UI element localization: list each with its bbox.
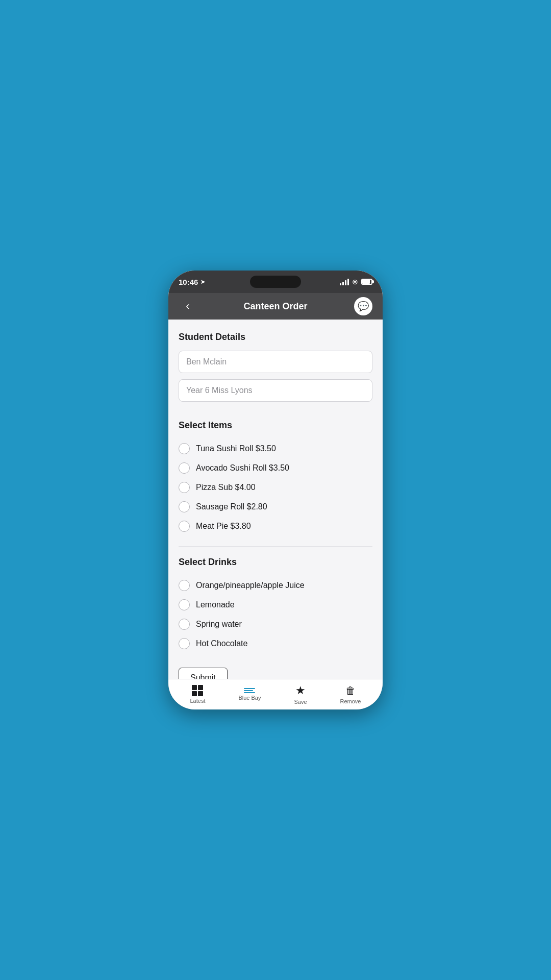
item-label-avocado: Avocado Sushi Roll $3.50 [196,463,289,473]
student-class-input[interactable] [179,379,372,402]
tab-blue-bay-label: Blue Bay [238,695,261,701]
item-label-water: Spring water [196,620,242,629]
chat-button[interactable]: 💬 [354,297,372,315]
status-icons: ⊜ [340,278,372,286]
trash-icon: 🗑 [345,685,356,697]
divider [179,546,372,547]
waves-icon [244,688,255,693]
list-item[interactable]: Pizza Sub $4.00 [179,478,372,497]
item-label-hotchoc: Hot Chocolate [196,639,247,648]
select-items-section: Select Items Tuna Sushi Roll $3.50 Avoca… [179,420,372,536]
nav-title: Canteen Order [243,301,307,312]
item-label-lemonade: Lemonade [196,600,235,609]
status-bar: 10:46 ➤ ⊜ [168,271,383,293]
tab-latest[interactable]: Latest [182,683,213,706]
back-arrow-icon: ‹ [186,300,189,313]
item-label-tuna: Tuna Sushi Roll $3.50 [196,444,276,453]
battery-icon [361,279,372,285]
tab-blue-bay[interactable]: Blue Bay [230,686,269,703]
item-label-pizza: Pizza Sub $4.00 [196,483,256,492]
bottom-tab-bar: Latest Blue Bay ★ Save 🗑 Remove [168,679,383,709]
tab-remove[interactable]: 🗑 Remove [332,683,369,706]
tab-save[interactable]: ★ Save [286,682,315,707]
signal-icon [340,278,349,285]
radio-button-hotchoc[interactable] [179,638,190,649]
nav-bar: ‹ Canteen Order 💬 [168,293,383,320]
back-button[interactable]: ‹ [179,297,197,315]
student-details-title: Student Details [179,332,372,342]
tab-remove-label: Remove [340,698,361,704]
wifi-icon: ⊜ [352,278,358,286]
radio-button-pizza[interactable] [179,482,190,493]
chat-icon: 💬 [358,301,369,312]
list-item[interactable]: Meat Pie $3.80 [179,517,372,536]
select-drinks-section: Select Drinks Orange/pineapple/apple Jui… [179,557,372,653]
list-item[interactable]: Avocado Sushi Roll $3.50 [179,458,372,478]
grid-icon [192,685,203,696]
radio-button-sausage[interactable] [179,501,190,512]
radio-button-avocado[interactable] [179,462,190,474]
location-arrow-icon: ➤ [201,279,205,285]
select-items-title: Select Items [179,420,372,431]
item-label-juice: Orange/pineapple/apple Juice [196,581,305,590]
content-area: Student Details Select Items Tuna Sushi … [168,320,383,679]
list-item[interactable]: Orange/pineapple/apple Juice [179,576,372,595]
student-details-section: Student Details [179,332,372,408]
time-display: 10:46 [179,278,198,286]
tab-latest-label: Latest [190,698,205,704]
list-item[interactable]: Sausage Roll $2.80 [179,497,372,517]
list-item[interactable]: Tuna Sushi Roll $3.50 [179,439,372,458]
list-item[interactable]: Spring water [179,615,372,634]
tab-save-label: Save [294,699,307,705]
list-item[interactable]: Hot Chocolate [179,634,372,653]
item-label-sausage: Sausage Roll $2.80 [196,502,267,511]
select-drinks-title: Select Drinks [179,557,372,568]
dynamic-island [250,276,301,288]
student-name-input[interactable] [179,351,372,373]
radio-button-meatpie[interactable] [179,521,190,532]
radio-button-juice[interactable] [179,580,190,591]
radio-button-water[interactable] [179,619,190,630]
list-item[interactable]: Lemonade [179,595,372,615]
status-time: 10:46 ➤ [179,278,205,286]
submit-button[interactable]: Submit [179,668,228,679]
radio-button-tuna[interactable] [179,443,190,454]
phone-frame: 10:46 ➤ ⊜ ‹ Canteen Order 💬 [168,271,383,709]
radio-button-lemonade[interactable] [179,599,190,610]
star-icon: ★ [295,684,306,697]
item-label-meatpie: Meat Pie $3.80 [196,522,251,531]
